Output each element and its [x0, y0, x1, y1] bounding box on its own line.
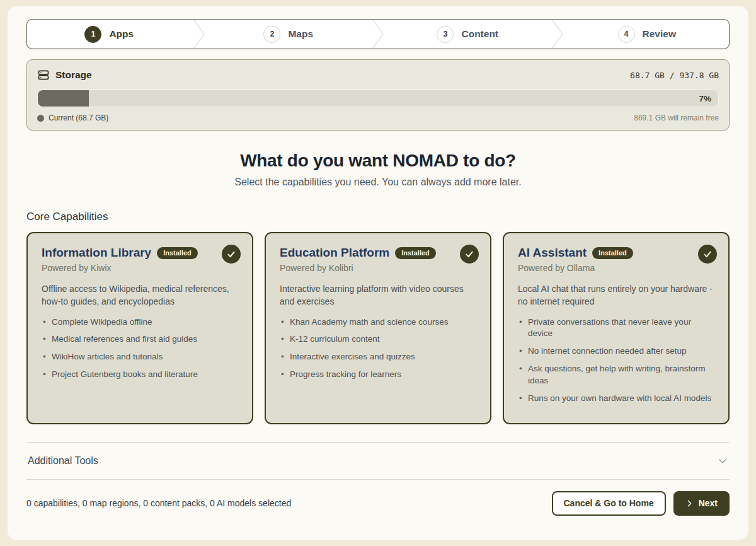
- card-bullet: Private conversations that never leave y…: [518, 317, 714, 340]
- current-usage-dot: [37, 115, 44, 122]
- step-label: Maps: [288, 28, 313, 40]
- card-ai-assistant[interactable]: AI Assistant Installed Powered by Ollama…: [503, 232, 730, 424]
- selected-check-icon: [222, 245, 241, 264]
- card-bullet: Complete Wikipedia offline: [42, 317, 238, 328]
- wizard-stepper: 1 Apps 2 Maps 3 Content 4 Review: [26, 19, 730, 49]
- installed-badge: Installed: [157, 247, 198, 259]
- card-bullet: No internet connection needed after setu…: [518, 346, 714, 357]
- step-number-badge: 1: [84, 26, 101, 43]
- step-number-badge: 3: [437, 26, 454, 43]
- card-bullet: Khan Academy math and science courses: [280, 317, 476, 328]
- storage-panel: Storage 68.7 GB / 937.8 GB 7% Current (6…: [26, 59, 730, 131]
- powered-by-text: Powered by Ollama: [518, 263, 714, 273]
- capability-cards: Information Library Installed Powered by…: [26, 232, 730, 424]
- storage-title: Storage: [55, 69, 92, 81]
- step-separator-chevron-icon: [370, 20, 386, 49]
- card-bullet: Progress tracking for learners: [280, 369, 476, 381]
- storage-progress-bar: 7%: [37, 90, 719, 107]
- core-capabilities-label: Core Capabilities: [26, 211, 730, 223]
- card-feature-list: Khan Academy math and science courses K-…: [280, 317, 476, 381]
- card-title: Education Platform: [280, 246, 389, 260]
- step-content[interactable]: 3 Content: [386, 20, 550, 49]
- card-bullet: Interactive exercises and quizzes: [280, 351, 476, 363]
- step-separator-chevron-icon: [192, 20, 207, 49]
- installed-badge: Installed: [592, 247, 633, 259]
- storage-legend-current: Current (68.7 GB): [49, 113, 108, 122]
- next-button-label: Next: [699, 498, 718, 508]
- selection-summary: 0 capabilities, 0 map regions, 0 content…: [26, 498, 291, 508]
- card-bullet: Runs on your own hardware with local AI …: [518, 393, 714, 405]
- card-description: Offline access to Wikipedia, medical ref…: [42, 282, 238, 308]
- card-bullet: Medical references and first aid guides: [42, 334, 238, 346]
- card-information-library[interactable]: Information Library Installed Powered by…: [26, 232, 253, 424]
- card-bullet: Project Gutenberg books and literature: [42, 369, 238, 381]
- next-button[interactable]: Next: [673, 491, 730, 516]
- step-number-badge: 4: [618, 26, 635, 43]
- selected-check-icon: [698, 245, 717, 264]
- step-number-badge: 2: [263, 26, 280, 43]
- step-apps[interactable]: 1 Apps: [27, 20, 192, 49]
- additional-tools-label: Additional Tools: [28, 455, 98, 467]
- selected-check-icon: [460, 245, 479, 264]
- storage-usage-text: 68.7 GB / 937.8 GB: [630, 71, 719, 80]
- installed-badge: Installed: [395, 247, 436, 259]
- powered-by-text: Powered by Kiwix: [42, 263, 238, 273]
- card-description: Interactive learning platform with video…: [280, 282, 476, 308]
- card-bullet: K-12 curriculum content: [280, 334, 476, 346]
- card-feature-list: Complete Wikipedia offline Medical refer…: [42, 317, 238, 381]
- card-education-platform[interactable]: Education Platform Installed Powered by …: [265, 232, 491, 424]
- step-label: Apps: [109, 28, 134, 40]
- step-separator-chevron-icon: [550, 20, 565, 49]
- card-bullet: WikiHow articles and tutorials: [42, 351, 238, 363]
- storage-remaining-note: 869.1 GB will remain free: [634, 113, 719, 122]
- powered-by-text: Powered by Kolibri: [280, 263, 476, 273]
- page-subtitle: Select the capabilities you need. You ca…: [26, 177, 730, 188]
- cancel-go-home-button[interactable]: Cancel & Go to Home: [552, 491, 666, 516]
- card-bullet: Ask questions, get help with writing, br…: [518, 363, 714, 387]
- storage-progress-fill: [38, 90, 89, 107]
- step-label: Content: [461, 28, 498, 40]
- step-maps[interactable]: 2 Maps: [207, 20, 371, 49]
- chevron-right-icon: [685, 499, 694, 508]
- card-feature-list: Private conversations that never leave y…: [518, 317, 714, 405]
- step-review[interactable]: 4 Review: [565, 20, 730, 49]
- card-title: AI Assistant: [518, 246, 587, 260]
- storage-percent-label: 7%: [699, 94, 711, 103]
- card-title: Information Library: [42, 246, 151, 260]
- page-title: What do you want NOMAD to do?: [26, 151, 730, 171]
- additional-tools-toggle[interactable]: Additional Tools: [26, 442, 730, 480]
- chevron-down-icon: [717, 455, 728, 467]
- cancel-button-label: Cancel & Go to Home: [564, 498, 654, 508]
- setup-wizard-panel: 1 Apps 2 Maps 3 Content 4 Review: [8, 6, 748, 540]
- step-label: Review: [643, 28, 676, 40]
- hard-drive-stack-icon: [37, 69, 50, 81]
- card-description: Local AI chat that runs entirely on your…: [518, 282, 714, 308]
